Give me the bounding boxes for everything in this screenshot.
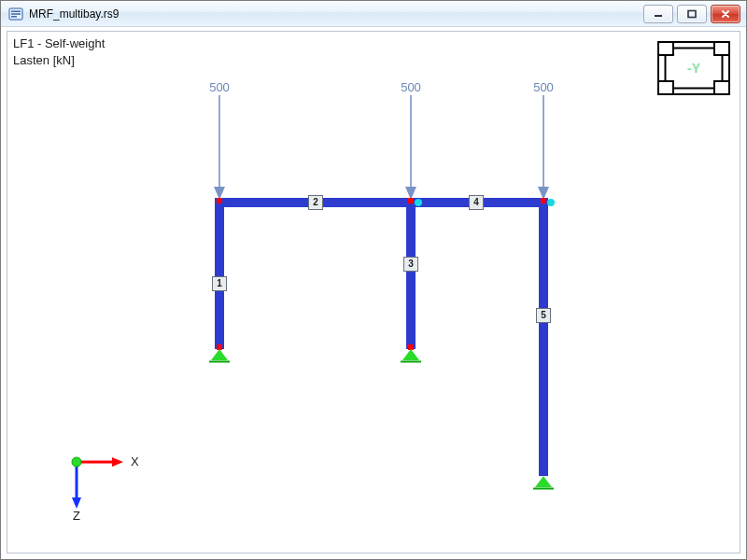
hinge-marker xyxy=(547,199,555,206)
svg-rect-1 xyxy=(11,10,21,11)
load-value-3: 500 xyxy=(533,80,554,94)
view-cube[interactable]: -Y xyxy=(657,41,730,98)
load-case-label: LF1 - Self-weight xyxy=(13,35,105,52)
load-arrow-icon xyxy=(536,95,551,203)
support-icon xyxy=(401,349,421,367)
member-label: 5 xyxy=(536,308,551,323)
model-viewport[interactable]: LF1 - Self-weight Lasten [kN] -Y 500 xyxy=(7,31,740,553)
minimize-button[interactable] xyxy=(643,5,673,23)
units-label: Lasten [kN] xyxy=(13,52,105,69)
app-icon xyxy=(8,7,23,21)
load-arrow-icon xyxy=(403,95,418,203)
window-caption-buttons xyxy=(643,5,740,23)
viewport-info: LF1 - Self-weight Lasten [kN] xyxy=(13,35,105,68)
load-value-2: 500 xyxy=(401,80,421,94)
svg-rect-4 xyxy=(655,15,662,17)
member-label: 1 xyxy=(212,276,227,291)
node-marker xyxy=(541,198,546,203)
support-icon xyxy=(533,476,554,494)
titlebar[interactable]: MRF_multibay.rs9 xyxy=(1,1,746,27)
svg-marker-31 xyxy=(72,497,81,509)
svg-point-33 xyxy=(72,457,81,467)
app-window: MRF_multibay.rs9 LF1 - Self-weight Laste… xyxy=(0,0,747,560)
member-label: 4 xyxy=(469,195,484,210)
node-marker xyxy=(408,198,414,203)
svg-text:Z: Z xyxy=(73,509,80,522)
node-marker xyxy=(217,198,222,203)
svg-text:X: X xyxy=(131,455,139,469)
svg-marker-21 xyxy=(211,349,228,360)
hinge-marker xyxy=(415,199,422,206)
maximize-button[interactable] xyxy=(677,5,707,23)
member-3[interactable] xyxy=(406,198,416,349)
view-cube-label: -Y xyxy=(687,61,701,76)
support-icon xyxy=(209,349,230,367)
svg-marker-25 xyxy=(535,476,552,487)
svg-marker-23 xyxy=(402,349,419,360)
member-label: 3 xyxy=(403,257,418,272)
axis-gizmo: X Z xyxy=(58,441,148,525)
load-value-1: 500 xyxy=(209,80,230,94)
member-label: 2 xyxy=(308,195,323,210)
svg-marker-28 xyxy=(112,457,123,467)
svg-rect-2 xyxy=(11,13,21,14)
svg-rect-5 xyxy=(688,10,696,17)
member-5[interactable] xyxy=(539,198,548,476)
load-arrow-icon xyxy=(212,95,227,203)
close-button[interactable] xyxy=(711,5,740,23)
member-1[interactable] xyxy=(215,198,224,349)
svg-rect-3 xyxy=(11,16,17,17)
window-title: MRF_multibay.rs9 xyxy=(29,7,643,21)
